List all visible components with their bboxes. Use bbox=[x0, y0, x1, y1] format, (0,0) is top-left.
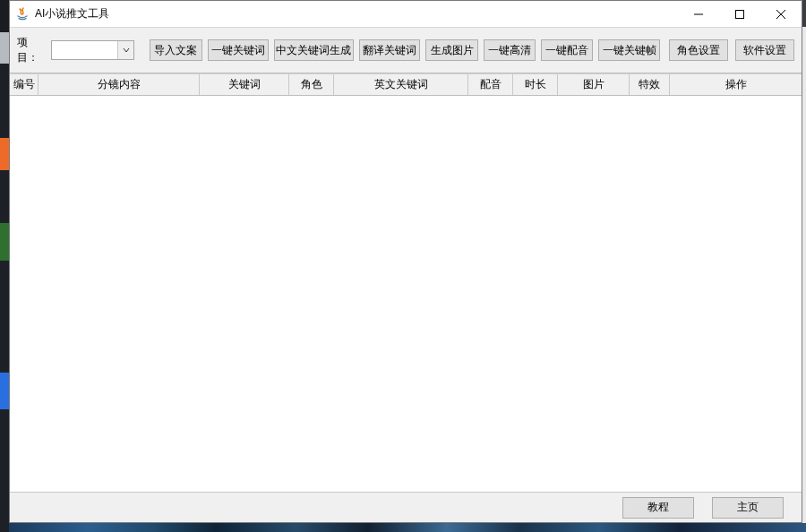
one-key-keywords-button[interactable]: 一键关键词 bbox=[208, 39, 270, 61]
home-button[interactable]: 主页 bbox=[712, 497, 784, 519]
table-body-empty bbox=[10, 96, 802, 492]
translate-keywords-button[interactable]: 翻译关键词 bbox=[359, 39, 421, 61]
table-header: 编号 分镜内容 关键词 角色 英文关键词 配音 时长 图片 特效 操作 bbox=[10, 74, 802, 96]
role-settings-button[interactable]: 角色设置 bbox=[669, 39, 728, 61]
cn-keyword-gen-button[interactable]: 中文关键词生成 bbox=[274, 39, 354, 61]
toolbar-right-group: 角色设置 软件设置 bbox=[669, 39, 794, 61]
titlebar: AI小说推文工具 bbox=[10, 1, 802, 28]
one-key-keyframe-button[interactable]: 一键关键帧 bbox=[598, 39, 660, 61]
maximize-button[interactable] bbox=[719, 1, 760, 28]
java-app-icon bbox=[15, 7, 30, 21]
minimize-button[interactable] bbox=[678, 1, 719, 28]
col-image[interactable]: 图片 bbox=[558, 74, 630, 95]
one-key-hd-button[interactable]: 一键高清 bbox=[484, 39, 536, 61]
titlebar-left: AI小说推文工具 bbox=[10, 6, 109, 21]
taskbar-strip bbox=[9, 523, 806, 532]
col-keywords[interactable]: 关键词 bbox=[200, 74, 289, 95]
import-text-button[interactable]: 导入文案 bbox=[150, 39, 202, 61]
footer: 教程 主页 bbox=[10, 492, 802, 522]
app-window: AI小说推文工具 项目： 导入文案 bbox=[9, 0, 802, 523]
window-controls bbox=[678, 1, 802, 27]
software-settings-button[interactable]: 软件设置 bbox=[735, 39, 794, 61]
desktop-right-strip bbox=[802, 27, 806, 523]
col-storyboard[interactable]: 分镜内容 bbox=[39, 74, 200, 95]
one-key-voice-button[interactable]: 一键配音 bbox=[541, 39, 593, 61]
svg-rect-1 bbox=[736, 11, 744, 19]
col-voice[interactable]: 配音 bbox=[468, 74, 513, 95]
col-duration[interactable]: 时长 bbox=[513, 74, 558, 95]
col-en-keywords[interactable]: 英文关键词 bbox=[334, 74, 468, 95]
col-role[interactable]: 角色 bbox=[289, 74, 334, 95]
col-actions[interactable]: 操作 bbox=[670, 74, 802, 95]
chevron-down-icon bbox=[117, 41, 133, 59]
tutorial-button[interactable]: 教程 bbox=[622, 497, 694, 519]
close-button[interactable] bbox=[760, 1, 802, 28]
project-label: 项目： bbox=[17, 35, 44, 65]
col-index[interactable]: 编号 bbox=[10, 74, 39, 95]
col-effects[interactable]: 特效 bbox=[630, 74, 670, 95]
desktop-left-strip bbox=[0, 0, 9, 532]
app-title: AI小说推文工具 bbox=[35, 6, 109, 21]
toolbar: 项目： 导入文案 一键关键词 中文关键词生成 翻译关键词 生成图片 一键高清 一… bbox=[10, 28, 802, 73]
data-table: 编号 分镜内容 关键词 角色 英文关键词 配音 时长 图片 特效 操作 bbox=[10, 73, 802, 492]
project-combobox[interactable] bbox=[51, 40, 134, 60]
gen-image-button[interactable]: 生成图片 bbox=[425, 39, 477, 61]
